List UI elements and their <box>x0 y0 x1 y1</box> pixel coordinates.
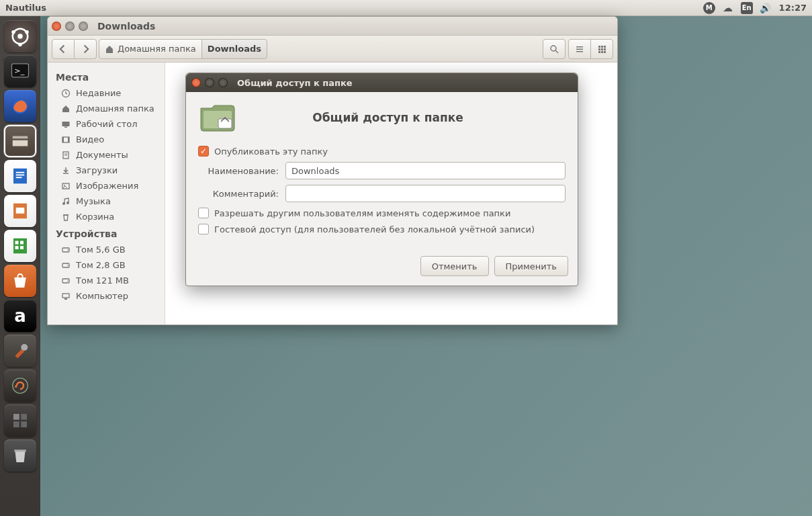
sidebar-item-label: Загрузки <box>76 165 118 175</box>
svg-rect-37 <box>601 48 603 50</box>
cancel-button[interactable]: Отменить <box>420 256 489 276</box>
allow-write-row[interactable]: Разрешать другим пользователям изменять … <box>198 208 566 218</box>
dialog-minimize-button[interactable] <box>205 78 214 87</box>
launcher-updater[interactable] <box>4 370 36 402</box>
dialog-maximize-button[interactable] <box>218 78 228 87</box>
nav-back-button[interactable] <box>52 39 75 59</box>
search-button[interactable] <box>543 39 566 59</box>
svg-rect-10 <box>13 169 27 184</box>
apply-button[interactable]: Применить <box>494 256 568 276</box>
sidebar-place-2[interactable]: Рабочий стол <box>48 116 165 132</box>
sidebar-device-1[interactable]: Том 2,8 GB <box>48 257 165 273</box>
search-icon <box>549 44 559 54</box>
sidebar-item-label: Компьютер <box>76 291 128 301</box>
svg-rect-32 <box>576 51 583 52</box>
svg-rect-44 <box>64 126 67 128</box>
view-list-button[interactable] <box>568 39 591 59</box>
nautilus-sidebar: Места НедавниеДомашняя папкаРабочий стол… <box>48 62 165 325</box>
launcher-trash[interactable] <box>4 439 36 472</box>
indicator-mega[interactable]: M <box>703 2 715 14</box>
sidebar-device-0[interactable]: Том 5,6 GB <box>48 242 165 257</box>
launcher-writer[interactable] <box>4 160 36 192</box>
window-minimize-button[interactable] <box>65 22 75 31</box>
launcher-amazon[interactable]: a <box>4 300 36 332</box>
launcher-calc[interactable] <box>4 230 36 262</box>
launcher-files[interactable] <box>4 125 36 157</box>
list-icon <box>575 44 584 54</box>
panel-app-title: Nautilus <box>5 3 46 13</box>
share-comment-input[interactable] <box>285 185 566 202</box>
folder-share-icon <box>198 101 237 134</box>
sidebar-place-5[interactable]: Загрузки <box>48 163 165 178</box>
sidebar-place-1[interactable]: Домашняя папка <box>48 101 165 116</box>
window-close-button[interactable] <box>52 22 61 31</box>
share-checkbox-row[interactable]: Опубликовать эту папку <box>198 146 566 157</box>
guest-access-label: Гостевой доступ (для пользователей без л… <box>214 224 535 234</box>
indicator-sound[interactable]: 🔊 <box>760 3 771 13</box>
dialog-title: Общий доступ к папке <box>237 78 353 88</box>
sidebar-place-7[interactable]: Музыка <box>48 194 165 209</box>
svg-point-2 <box>25 30 29 34</box>
dialog-titlebar[interactable]: Общий доступ к папке <box>186 73 578 92</box>
share-checkbox[interactable] <box>198 146 209 157</box>
launcher-software-center[interactable] <box>4 265 36 297</box>
doc-icon <box>61 150 71 160</box>
path-current[interactable]: Downloads <box>201 39 267 59</box>
unity-launcher: >_ a <box>0 16 40 516</box>
sidebar-place-3[interactable]: Видео <box>48 132 165 147</box>
svg-point-63 <box>67 280 69 282</box>
amazon-icon: a <box>14 306 26 326</box>
trash-icon <box>61 212 71 222</box>
nautilus-toolbar: Домашняя папка Downloads <box>48 36 617 62</box>
allow-write-checkbox[interactable] <box>198 208 209 218</box>
nautilus-titlebar[interactable]: Downloads <box>48 17 617 36</box>
launcher-settings[interactable] <box>4 335 36 367</box>
svg-rect-38 <box>604 48 606 50</box>
svg-rect-20 <box>20 246 24 249</box>
svg-rect-35 <box>604 46 606 48</box>
chevron-right-icon <box>81 44 90 54</box>
sidebar-place-0[interactable]: Недавние <box>48 85 165 101</box>
sidebar-item-label: Том 121 MB <box>76 275 129 286</box>
sidebar-device-3[interactable]: Компьютер <box>48 288 165 304</box>
sidebar-item-label: Рабочий стол <box>76 119 137 129</box>
guest-access-row[interactable]: Гостевой доступ (для пользователей без л… <box>198 224 566 234</box>
sidebar-item-label: Документы <box>76 150 128 160</box>
svg-point-28 <box>551 46 556 51</box>
path-bar: Домашняя папка Downloads <box>99 39 267 59</box>
drive-icon <box>61 276 71 286</box>
sidebar-item-label: Корзина <box>76 212 114 222</box>
share-name-input[interactable] <box>285 162 566 179</box>
sidebar-item-label: Недавние <box>76 88 121 98</box>
sidebar-place-8[interactable]: Корзина <box>48 209 165 224</box>
volume-icon: 🔊 <box>760 3 771 13</box>
launcher-firefox[interactable] <box>4 90 36 122</box>
sidebar-item-label: Изображения <box>76 181 138 191</box>
window-maximize-button[interactable] <box>79 22 88 31</box>
guest-access-checkbox[interactable] <box>198 224 209 234</box>
path-home[interactable]: Домашняя папка <box>99 39 202 59</box>
panel-clock[interactable]: 12:27 <box>779 3 807 13</box>
cancel-button-label: Отменить <box>432 261 478 271</box>
chevron-left-icon <box>58 44 68 54</box>
launcher-impress[interactable] <box>4 195 36 227</box>
sidebar-item-label: Том 5,6 GB <box>76 245 126 255</box>
svg-rect-67 <box>218 119 232 128</box>
svg-rect-24 <box>21 414 27 420</box>
sidebar-place-4[interactable]: Документы <box>48 147 165 163</box>
svg-rect-19 <box>15 246 19 249</box>
indicator-weather[interactable]: ☁ <box>722 2 734 14</box>
home-icon <box>61 104 71 114</box>
indicator-language[interactable]: En <box>741 2 753 14</box>
svg-point-1 <box>17 34 23 39</box>
launcher-workspace-switcher[interactable] <box>4 404 36 437</box>
launcher-dash[interactable] <box>4 20 36 52</box>
nav-forward-button[interactable] <box>74 39 97 59</box>
sidebar-device-2[interactable]: Том 121 MB <box>48 273 165 288</box>
sidebar-place-6[interactable]: Изображения <box>48 178 165 194</box>
launcher-terminal[interactable]: >_ <box>4 55 36 87</box>
view-grid-button[interactable] <box>590 39 613 59</box>
cloud-icon: ☁ <box>722 2 734 14</box>
dialog-close-button[interactable] <box>191 78 201 87</box>
svg-rect-17 <box>15 241 19 245</box>
